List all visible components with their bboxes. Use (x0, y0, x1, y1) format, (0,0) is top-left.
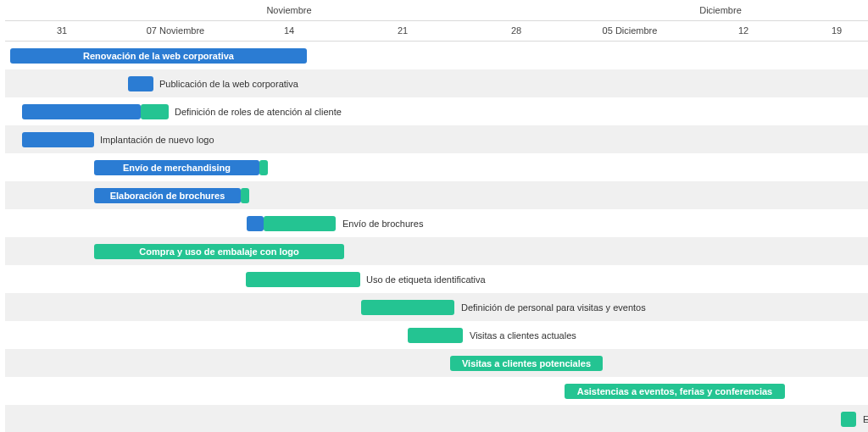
gantt-bar[interactable] (246, 272, 360, 287)
day-tick: 31 (5, 20, 119, 41)
gantt-bar[interactable]: Visitas a clientes potenciales (450, 356, 603, 371)
gantt-row: Definición de personal para visitas y ev… (5, 293, 868, 321)
day-tick: 21 (346, 20, 459, 41)
timeline-header: NoviembreDiciembre 3107 Noviembre1421280… (5, 0, 868, 42)
day-tick: 14 (232, 20, 346, 41)
month-label: Noviembre (5, 0, 573, 21)
gantt-bar[interactable] (841, 412, 856, 427)
gantt-row: Envío de merchandising (5, 153, 868, 181)
day-tick: 05 Diciembre (573, 20, 687, 41)
bar-label: Encuentro de negocios (863, 414, 868, 424)
gantt-bar[interactable] (22, 132, 94, 147)
gantt-row: Publicación de la web corporativa (5, 69, 868, 97)
month-label: Diciembre (573, 0, 868, 21)
day-tick: 12 (687, 20, 800, 41)
gantt-row: Visitas a clientes actuales (5, 321, 868, 349)
gantt-row: Compra y uso de embalaje con logo (5, 237, 868, 265)
bar-label: Envío de merchandising (118, 163, 236, 173)
gantt-bar[interactable] (22, 104, 141, 119)
gantt-row: Envío de brochures (5, 209, 868, 237)
day-tick: 19 (800, 20, 868, 41)
bar-label: Asistencias a eventos, ferias y conferen… (572, 386, 778, 396)
gantt-bar[interactable] (264, 216, 336, 231)
gantt-bar[interactable]: Renovación de la web corporativa (10, 48, 307, 64)
bar-label: Visitas a clientes actuales (470, 330, 576, 341)
bar-label: Elaboración de brochures (105, 191, 231, 201)
gantt-row: Visitas a clientes potenciales (5, 349, 868, 377)
gantt-bar[interactable] (247, 216, 264, 231)
bar-label: Compra y uso de embalaje con logo (134, 246, 303, 257)
gantt-bar[interactable] (408, 328, 463, 343)
gantt-bar[interactable]: Compra y uso de embalaje con logo (94, 244, 344, 259)
bar-label: Definición de personal para visitas y ev… (461, 302, 646, 313)
gantt-row: Definición de roles de atención al clien… (5, 97, 868, 125)
gantt-row: Elaboración de brochures (5, 181, 868, 209)
bar-label: Envío de brochures (342, 219, 423, 229)
gantt-row: Uso de etiqueta identificativa (5, 265, 868, 293)
bar-label: Implantación de nuevo logo (100, 135, 214, 145)
gantt-row: Renovación de la web corporativa (5, 42, 868, 69)
bar-label: Publicación de la web corporativa (159, 79, 298, 89)
gantt-bar[interactable]: Envío de merchandising (94, 160, 259, 175)
gantt-row: Encuentro de negocios (5, 405, 868, 432)
gantt-bar[interactable] (361, 300, 454, 315)
bar-label: Uso de etiqueta identificativa (366, 274, 486, 285)
gantt-rows: Renovación de la web corporativaPublicac… (5, 42, 868, 432)
day-tick: 07 Noviembre (119, 20, 232, 41)
day-tick: 28 (459, 20, 573, 41)
gantt-row: Asistencias a eventos, ferias y conferen… (5, 377, 868, 405)
gantt-row: Implantación de nuevo logo (5, 125, 868, 153)
bar-label: Definición de roles de atención al clien… (175, 107, 342, 117)
gantt-bar[interactable] (128, 76, 153, 91)
gantt-bar[interactable] (241, 188, 249, 203)
gantt-bar[interactable] (259, 160, 268, 175)
bar-label: Visitas a clientes potenciales (457, 358, 596, 368)
gantt-bar[interactable]: Asistencias a eventos, ferias y conferen… (565, 384, 785, 399)
gantt-bar[interactable] (141, 104, 169, 119)
gantt-chart: NoviembreDiciembre 3107 Noviembre1421280… (0, 0, 868, 432)
bar-label: Renovación de la web corporativa (78, 51, 239, 61)
gantt-bar[interactable]: Elaboración de brochures (94, 188, 241, 203)
